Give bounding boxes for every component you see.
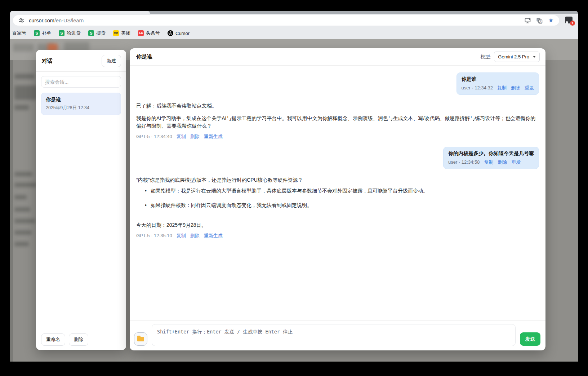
delete-link[interactable]: 删除 bbox=[498, 159, 507, 165]
resend-link[interactable]: 重发 bbox=[511, 159, 521, 165]
bookmark-budan[interactable]: S 补单 bbox=[34, 30, 51, 36]
extension-glyph-dot bbox=[566, 21, 568, 24]
dimmed-content-block bbox=[14, 105, 29, 110]
favicon-cursor-icon bbox=[168, 30, 173, 36]
chat-header: 你是谁 模型: Gemini 2.5 Pro bbox=[130, 48, 545, 66]
bookmark-label: 摆货 bbox=[96, 30, 106, 36]
model-label: 模型: bbox=[481, 54, 491, 60]
url-path: /en-US/learn bbox=[54, 18, 84, 23]
dimmed-content-block bbox=[14, 195, 27, 199]
send-button[interactable]: 发送 bbox=[520, 332, 540, 346]
message-author-time: user · 12:34:32 bbox=[462, 85, 493, 90]
assistant-paragraph: 今天的日期：2025年9月28日。 bbox=[136, 221, 539, 229]
browser-window: cursor.com/en-US/learn G 文 bbox=[10, 11, 578, 362]
assistant-bullet: 如果指模型：我是运行在云端的大型语言模型助手，具体底层版本与参数细节不会对外固定… bbox=[145, 187, 539, 195]
extension-icon[interactable]: 1 bbox=[565, 17, 574, 25]
regenerate-link[interactable]: 重新生成 bbox=[204, 233, 223, 238]
conversation-item-active[interactable]: 你是谁 2025年9月28日 12:34 bbox=[41, 93, 121, 115]
conversation-item-date: 2025年9月28日 12:34 bbox=[46, 105, 116, 111]
dimmed-content-block bbox=[13, 44, 34, 52]
folder-icon bbox=[137, 337, 144, 341]
assistant-paragraph: 已了解：后续我不会读取站点文档。 bbox=[136, 102, 539, 110]
new-conversation-button[interactable]: 新建 bbox=[102, 55, 121, 67]
active-tab-edge[interactable] bbox=[10, 11, 150, 14]
dimmed-content-block bbox=[14, 172, 32, 176]
delete-button[interactable]: 删除 bbox=[69, 333, 88, 346]
bookmark-label: 头条号 bbox=[146, 30, 160, 36]
conversations-panel: 对话 新建 你是谁 2025年9月28日 12:34 重命名 删除 bbox=[36, 50, 126, 350]
chevron-down-icon bbox=[533, 56, 536, 58]
favicon-s-icon: S bbox=[88, 30, 94, 36]
message-meta: GPT-5 · 12:35:10复制删除重新生成 bbox=[136, 232, 539, 239]
conversations-title: 对话 bbox=[42, 58, 53, 65]
message-meta: user · 12:34:58复制删除重发 bbox=[448, 159, 534, 165]
favicon-s-icon: S bbox=[34, 30, 40, 36]
message-list: 你是谁 user · 12:34:32复制删除重发 已了解：后续我不会读取站点文… bbox=[130, 66, 545, 320]
install-app-icon[interactable] bbox=[524, 17, 532, 25]
page-edge-strip bbox=[10, 60, 13, 362]
bookmark-label: Cursor bbox=[175, 31, 190, 36]
bookmark-cursor[interactable]: Cursor bbox=[168, 30, 190, 36]
browser-toolbar: cursor.com/en-US/learn G 文 bbox=[10, 14, 578, 27]
assistant-message: “内核”你是指我的底层模型/版本，还是指运行时的CPU核心数等硬件资源？ 如果指… bbox=[136, 176, 539, 239]
bookmark-label: 补单 bbox=[42, 30, 51, 36]
assistant-paragraph: 我是你的AI学习助手，集成在这个关于AI与提示工程的学习平台中。我可以用中文为你… bbox=[136, 115, 539, 130]
assistant-bullet-list: 如果指模型：我是运行在云端的大型语言模型助手，具体底层版本与参数细节不会对外固定… bbox=[136, 187, 539, 209]
message-author-time: GPT-5 · 12:34:40 bbox=[136, 134, 172, 139]
delete-link[interactable]: 删除 bbox=[190, 134, 200, 139]
message-meta: GPT-5 · 12:34:40复制删除重新生成 bbox=[136, 133, 539, 140]
conversations-empty-space bbox=[36, 119, 126, 329]
attach-file-button[interactable] bbox=[134, 332, 147, 346]
delete-link[interactable]: 删除 bbox=[511, 85, 520, 90]
dimmed-content-block bbox=[14, 183, 37, 187]
assistant-bullet: 如果指硬件核数：同样因云端调度而动态变化，我无法看到或固定说明。 bbox=[145, 202, 539, 209]
address-bar[interactable]: cursor.com/en-US/learn G 文 bbox=[13, 15, 559, 26]
bookmarks-bar: 百家号 S 补单 S 哈进货 S 摆货 美团 美团 头条 头条号 bbox=[10, 27, 578, 39]
bookmark-label: 哈进货 bbox=[67, 30, 81, 36]
message-input[interactable] bbox=[152, 324, 516, 346]
regenerate-link[interactable]: 重新生成 bbox=[204, 134, 223, 139]
composer: 发送 bbox=[130, 320, 545, 350]
bookmark-label: 美团 bbox=[121, 30, 130, 36]
resend-link[interactable]: 重发 bbox=[525, 85, 534, 90]
chat-panel: 你是谁 模型: Gemini 2.5 Pro 你是谁 user · 12:34:… bbox=[130, 48, 545, 350]
model-select[interactable]: Gemini 2.5 Pro bbox=[494, 52, 540, 62]
copy-link[interactable]: 复制 bbox=[484, 159, 493, 165]
tab-strip bbox=[10, 11, 578, 14]
copy-link[interactable]: 复制 bbox=[177, 233, 186, 238]
message-author-time: user · 12:34:58 bbox=[448, 159, 480, 165]
url-text[interactable]: cursor.com/en-US/learn bbox=[29, 18, 84, 23]
assistant-paragraph: “内核”你是指我的底层模型/版本，还是指运行时的CPU核心数等硬件资源？ bbox=[136, 176, 539, 184]
rename-button[interactable]: 重命名 bbox=[41, 333, 65, 346]
dimmed-content-block bbox=[14, 230, 32, 235]
model-select-value: Gemini 2.5 Pro bbox=[498, 54, 529, 59]
dimmed-page-background: 对话 新建 你是谁 2025年9月28日 12:34 重命名 删除 bbox=[10, 39, 578, 362]
copy-link[interactable]: 复制 bbox=[497, 85, 507, 90]
assistant-message: 已了解：后续我不会读取站点文档。 我是你的AI学习助手，集成在这个关于AI与提示… bbox=[136, 102, 539, 140]
chat-title: 你是谁 bbox=[136, 53, 152, 60]
copy-link[interactable]: 复制 bbox=[177, 134, 186, 139]
model-selector-wrap: 模型: Gemini 2.5 Pro bbox=[481, 52, 540, 62]
bookmark-hajinhuo[interactable]: S 哈进货 bbox=[59, 30, 81, 36]
conversation-search-wrap bbox=[36, 72, 126, 89]
bookmark-baihuo[interactable]: S 摆货 bbox=[88, 30, 106, 36]
bookmark-toutiao[interactable]: 头条 头条号 bbox=[138, 30, 160, 36]
delete-link[interactable]: 删除 bbox=[190, 233, 200, 238]
conversation-search-input[interactable] bbox=[41, 76, 121, 88]
message-author-time: GPT-5 · 12:35:10 bbox=[136, 233, 172, 238]
favicon-s-icon: S bbox=[59, 30, 64, 36]
bookmark-meituan[interactable]: 美团 美团 bbox=[113, 30, 130, 36]
dimmed-content-block bbox=[14, 242, 29, 246]
dimmed-content-block bbox=[14, 207, 30, 212]
bookmark-baijiahao[interactable]: 百家号 bbox=[12, 30, 26, 36]
site-settings-icon[interactable] bbox=[17, 17, 25, 25]
bookmark-star-icon[interactable] bbox=[547, 17, 555, 25]
user-message-text: 你是谁 bbox=[462, 76, 534, 83]
translate-icon[interactable]: G 文 bbox=[535, 17, 543, 25]
user-message: 你的内核是多少。你知道今天是几号嘛 user · 12:34:58复制删除重发 bbox=[443, 147, 539, 169]
dimmed-content-block bbox=[14, 74, 35, 79]
extension-badge: 1 bbox=[570, 21, 575, 26]
url-domain: cursor.com bbox=[29, 18, 54, 23]
dimmed-content-block bbox=[14, 219, 35, 223]
conversations-header: 对话 新建 bbox=[36, 50, 126, 72]
